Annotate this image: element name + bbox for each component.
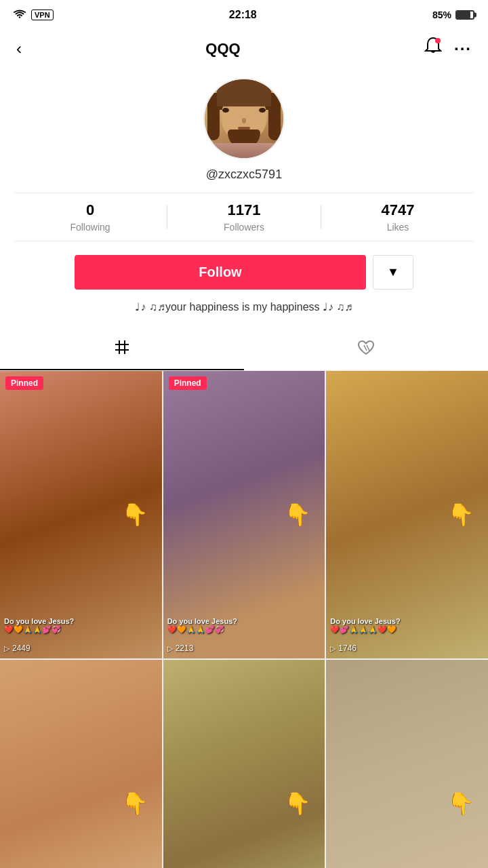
video-caption: Do you love Jesus?❤️🧡🙏🙏💕💞 (4, 617, 158, 634)
status-right: 85% (432, 9, 474, 20)
play-icon: ▷ (330, 644, 336, 653)
play-icon: ▷ (167, 644, 173, 653)
battery-percent: 85% (432, 9, 451, 20)
video-item[interactable]: 👇 Do you love Jesus?❤️💕🙏🙏🙏❤️🧡 ▷ 1271 (0, 660, 162, 868)
status-left: VPN (14, 9, 54, 21)
video-caption: Do you love Jesus?❤️💕🙏🙏🙏❤️🧡 (330, 617, 484, 634)
video-views: ▷ 1746 (330, 644, 357, 653)
wifi-icon (14, 9, 26, 21)
following-label: Following (70, 222, 110, 233)
profile-page-title: QQQ (205, 40, 240, 58)
following-count: 0 (86, 201, 94, 219)
username: @zxczxc5791 (206, 167, 282, 182)
stats-row: 0 Following 1171 Followers 4747 Likes (14, 193, 474, 241)
video-item[interactable]: Pinned 👇 Do you love Jesus?❤️🧡🙏🙏💕💞 ▷ 244… (0, 371, 162, 658)
finger-emoji: 👇 (284, 502, 311, 528)
likes-count: 4747 (382, 201, 415, 219)
more-options-icon[interactable]: ··· (454, 39, 472, 58)
video-views: ▷ 2213 (167, 644, 194, 653)
status-bar: VPN 22:18 85% (0, 0, 488, 30)
video-views: ▷ 2449 (4, 644, 30, 653)
followers-count: 1171 (228, 201, 261, 219)
notification-bell-icon[interactable] (424, 37, 442, 60)
play-icon: ▷ (4, 644, 9, 653)
tab-liked[interactable] (244, 330, 488, 370)
view-count: 2213 (176, 644, 194, 653)
followers-stat[interactable]: 1171 Followers (167, 201, 321, 233)
finger-emoji: 👇 (121, 502, 148, 528)
profile-section: @zxczxc5791 0 Following 1171 Followers 4… (0, 67, 488, 330)
likes-stat[interactable]: 4747 Likes (321, 201, 474, 233)
heart-broken-icon (357, 340, 375, 360)
avatar (203, 78, 285, 159)
status-time: 22:18 (229, 9, 257, 21)
profile-bio: ♩♪ ♫♬your happiness is my happiness ♩♪ ♫… (121, 300, 366, 313)
tabs-row (0, 330, 488, 371)
pinned-badge: Pinned (5, 376, 43, 390)
follow-row: Follow ▼ (75, 255, 413, 290)
following-stat[interactable]: 0 Following (14, 201, 167, 233)
view-count: 1746 (338, 644, 357, 653)
video-caption: Do you love Jesus?❤️🧡🙏🙏💕💞 (167, 617, 321, 634)
view-count: 2449 (12, 644, 30, 653)
nav-right-icons: ··· (424, 37, 472, 60)
battery-icon (455, 10, 474, 20)
vpn-badge: VPN (31, 9, 54, 20)
video-item[interactable]: 👇 Do you love Jesus?❤️💕🙏🙏🙏❤️🧡 ▷ 1071 (163, 660, 325, 868)
back-button[interactable]: ‹ (16, 39, 22, 58)
video-item[interactable]: Pinned 👇 Do you love Jesus?❤️🧡🙏🙏💕💞 ▷ 221… (163, 371, 325, 658)
svg-line-6 (367, 345, 369, 351)
follow-button[interactable]: Follow (75, 255, 366, 290)
video-item[interactable]: 👇 Do you love Jesus?❤️💚🙏🙏🙏❤️🧡 ▷ 1929 www… (326, 660, 488, 868)
follow-dropdown-button[interactable]: ▼ (373, 255, 413, 290)
grid-icon (114, 339, 130, 359)
top-nav: ‹ QQQ ··· (0, 30, 488, 67)
tab-grid[interactable] (0, 330, 244, 370)
finger-emoji: 👇 (284, 791, 311, 816)
video-grid: Pinned 👇 Do you love Jesus?❤️🧡🙏🙏💕💞 ▷ 244… (0, 371, 488, 868)
svg-point-0 (435, 38, 441, 43)
finger-emoji: 👇 (447, 791, 474, 816)
likes-label: Likes (387, 222, 409, 233)
pinned-badge: Pinned (169, 376, 207, 390)
video-item[interactable]: 👇 Do you love Jesus?❤️💕🙏🙏🙏❤️🧡 ▷ 1746 (326, 371, 488, 658)
svg-line-5 (364, 345, 367, 351)
finger-emoji: 👇 (447, 502, 474, 528)
finger-emoji: 👇 (121, 791, 148, 816)
followers-label: Followers (224, 222, 264, 233)
